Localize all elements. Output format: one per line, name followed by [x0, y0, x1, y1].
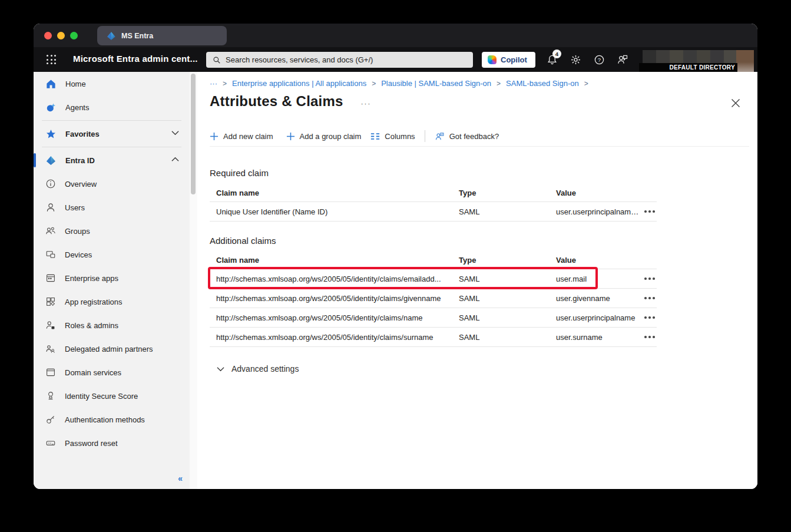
entra-header: Microsoft Entra admin cent... Search res… — [34, 47, 757, 72]
col-value: Value — [556, 256, 644, 265]
sidebar-item-roles-admins[interactable]: Roles & admins — [34, 313, 190, 337]
user-icon — [45, 202, 56, 213]
active-indicator — [34, 153, 36, 167]
app-title: Microsoft Entra admin cent... — [73, 54, 198, 64]
traffic-lights — [44, 32, 78, 39]
redacted-account-info — [643, 50, 737, 63]
got-feedback-button[interactable]: Got feedback? — [435, 131, 499, 141]
entra-favicon-icon — [107, 31, 116, 41]
row-menu-button[interactable] — [644, 316, 658, 319]
sidebar-item-identity-secure-score[interactable]: Identity Secure Score — [34, 384, 190, 408]
roles-admins-icon — [45, 320, 56, 331]
advanced-settings-toggle[interactable]: Advanced settings — [217, 364, 299, 374]
add-new-claim-button[interactable]: Add new claim — [210, 132, 273, 141]
global-search-input[interactable]: Search resources, services, and docs (G+… — [206, 52, 473, 68]
sidebar-item-entra-id[interactable]: Entra ID — [34, 148, 190, 172]
col-type: Type — [459, 189, 556, 197]
breadcrumb-enterprise-applications[interactable]: Enterprise applications | All applicatio… — [232, 79, 366, 88]
avatar[interactable] — [736, 50, 754, 72]
columns-button[interactable]: Columns — [370, 132, 415, 141]
secure-score-icon — [45, 391, 56, 401]
zoom-window-button[interactable] — [70, 32, 78, 39]
copilot-button[interactable]: Copilot — [482, 52, 535, 68]
chevron-down-icon — [217, 366, 224, 372]
sidebar-nav: Home Agents Favorites — [34, 72, 190, 489]
add-group-claim-button[interactable]: Add a group claim — [286, 132, 362, 141]
required-claim-heading: Required claim — [210, 168, 269, 178]
delegated-admin-icon — [45, 343, 56, 354]
sidebar-item-devices[interactable]: Devices — [34, 243, 190, 266]
sidebar-item-users[interactable]: Users — [34, 196, 190, 219]
help-button[interactable]: ? — [592, 52, 606, 67]
minimize-window-button[interactable] — [57, 32, 65, 39]
sidebar-item-app-registrations[interactable]: App registrations — [34, 290, 190, 313]
sidebar-item-authentication-methods[interactable]: Authentication methods — [34, 408, 190, 431]
columns-icon — [370, 133, 380, 140]
sidebar-item-delegated-admin-partners[interactable]: Delegated admin partners — [34, 337, 190, 361]
macos-titlebar: MS Entra — [34, 24, 757, 47]
close-window-button[interactable] — [44, 32, 52, 39]
tab-title: MS Entra — [121, 32, 153, 40]
required-claim-table: Claim name Type Value Unique User Identi… — [210, 184, 657, 222]
home-icon — [45, 78, 57, 90]
browser-tab[interactable]: MS Entra — [97, 26, 227, 45]
gear-icon — [570, 54, 581, 65]
breadcrumb-separator: > — [223, 80, 227, 88]
table-row-emailaddress[interactable]: http://schemas.xmlsoap.org/ws/2005/05/id… — [210, 269, 657, 289]
close-pane-button[interactable] — [730, 98, 741, 108]
table-row[interactable]: Unique User Identifier (Name ID) SAML us… — [210, 202, 657, 222]
feedback-person-icon — [435, 131, 445, 141]
group-icon — [45, 226, 56, 236]
settings-button[interactable] — [568, 52, 583, 67]
sidebar-item-enterprise-apps[interactable]: Enterprise apps — [34, 266, 190, 290]
row-menu-button[interactable] — [644, 277, 658, 280]
copilot-label: Copilot — [501, 55, 527, 64]
table-row-givenname[interactable]: http://schemas.xmlsoap.org/ws/2005/05/id… — [210, 289, 657, 308]
toolbar-divider — [425, 130, 425, 142]
sidebar-item-agents[interactable]: Agents — [34, 95, 190, 119]
plus-icon — [210, 132, 219, 141]
scrollbar-thumb[interactable] — [191, 74, 196, 194]
sidebar-divider — [42, 120, 181, 121]
password-reset-icon — [45, 438, 56, 448]
sidebar-item-password-reset[interactable]: Password reset — [34, 431, 190, 455]
sidebar-item-overview[interactable]: Overview — [34, 172, 190, 196]
chevron-up-icon — [171, 157, 179, 162]
sidebar-divider — [42, 147, 181, 147]
sidebar-scrollbar[interactable] — [190, 72, 197, 489]
toolbar-rule — [210, 146, 749, 147]
table-row-surname[interactable]: http://schemas.xmlsoap.org/ws/2005/05/id… — [210, 328, 657, 347]
sidebar-item-favorites[interactable]: Favorites — [34, 122, 190, 146]
enterprise-apps-icon — [45, 273, 56, 283]
col-type: Type — [459, 256, 556, 265]
desktop-background: MS Entra Microsoft Entra admin cent... S… — [0, 0, 791, 532]
notification-badge: 4 — [552, 49, 561, 58]
sidebar-item-home[interactable]: Home — [34, 72, 190, 95]
breadcrumb-separator: > — [584, 80, 588, 88]
breadcrumb-plausible[interactable]: Plausible | SAML-based Sign-on — [381, 79, 491, 88]
notifications-button[interactable]: 4 — [545, 52, 559, 67]
key-icon — [45, 414, 56, 425]
help-icon: ? — [594, 54, 605, 65]
breadcrumb-ellipsis[interactable]: ··· — [210, 79, 217, 88]
breadcrumb: ··· > Enterprise applications | All appl… — [210, 79, 588, 88]
table-header-row: Claim name Type Value — [210, 251, 657, 269]
page-title-more-button[interactable]: ··· — [361, 99, 372, 108]
directory-label: DEFAULT DIRECTORY — [669, 64, 735, 71]
app-registrations-icon — [45, 296, 56, 307]
sidebar-item-groups[interactable]: Groups — [34, 219, 190, 243]
table-row-name[interactable]: http://schemas.xmlsoap.org/ws/2005/05/id… — [210, 308, 657, 328]
breadcrumb-saml-sign-on[interactable]: SAML-based Sign-on — [506, 79, 579, 88]
sidebar-item-domain-services[interactable]: Domain services — [34, 361, 190, 384]
app-launcher-icon[interactable] — [47, 55, 57, 65]
row-menu-button[interactable] — [644, 297, 658, 299]
row-menu-button[interactable] — [644, 210, 658, 213]
feedback-button[interactable] — [615, 52, 630, 67]
search-placeholder: Search resources, services, and docs (G+… — [226, 55, 373, 64]
row-menu-button[interactable] — [644, 336, 658, 338]
agents-icon — [45, 102, 57, 113]
entra-id-icon — [45, 155, 57, 166]
breadcrumb-separator: > — [497, 80, 501, 88]
copilot-logo-icon — [488, 55, 497, 64]
sidebar-collapse-button[interactable]: « — [178, 474, 183, 483]
